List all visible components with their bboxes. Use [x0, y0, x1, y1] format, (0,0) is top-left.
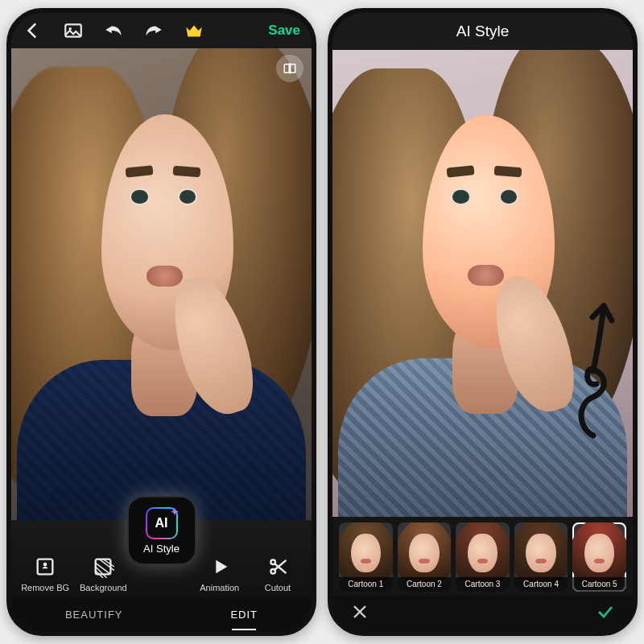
scissors-icon	[266, 555, 289, 578]
tool-background[interactable]: Background	[74, 555, 132, 592]
ai-chip-label: AI Style	[143, 543, 180, 555]
style-cartoon-3[interactable]: Cartoon 3	[456, 522, 510, 591]
tool-label: Animation	[200, 583, 239, 592]
aistyle-screen: AI Style Cartoon 1Cartoon 2Cartoon 3Cart…	[332, 13, 633, 631]
cancel-button[interactable]	[350, 602, 369, 625]
aistyle-title: AI Style	[332, 13, 633, 50]
gallery-icon[interactable]	[63, 20, 84, 41]
play-icon	[208, 555, 231, 578]
tool-cutout[interactable]: Cutout	[249, 555, 307, 592]
style-label: Cartoon 3	[456, 577, 510, 592]
tool-label: Cutout	[265, 583, 291, 592]
editor-phone: Save AI AI Style	[6, 8, 316, 636]
style-label: Cartoon 2	[398, 577, 452, 592]
style-cartoon-1[interactable]: Cartoon 1	[339, 522, 393, 591]
crown-icon[interactable]	[184, 20, 204, 41]
tool-label: Background	[80, 583, 127, 592]
style-label: Cartoon 4	[514, 577, 568, 592]
style-cartoon-2[interactable]: Cartoon 2	[398, 522, 452, 591]
editor-canvas[interactable]	[11, 48, 312, 520]
tool-remove-bg[interactable]: Remove BG	[16, 555, 74, 592]
background-icon	[92, 555, 114, 578]
ai-badge-icon: AI	[147, 509, 176, 538]
style-label: Cartoon 1	[339, 577, 393, 592]
tool-label: Remove BG	[21, 583, 69, 592]
editor-topbar: Save	[11, 13, 312, 48]
confirm-button[interactable]	[596, 602, 615, 625]
tool-animation[interactable]: Animation	[191, 555, 249, 592]
redo-icon[interactable]	[143, 20, 164, 41]
confirm-row	[332, 596, 633, 631]
tool-row: AI AI Style Remove BG Background AI Styl…	[11, 520, 312, 597]
svg-point-8	[270, 569, 275, 574]
editor-screen: Save AI AI Style	[11, 13, 312, 631]
style-label: Cartoon 5	[572, 577, 626, 592]
aistyle-preview[interactable]	[332, 50, 633, 517]
aistyle-phone: AI Style Cartoon 1Cartoon 2Cartoon 3Cart…	[328, 8, 638, 636]
tab-beautify[interactable]: BEAUTIFY	[59, 604, 130, 625]
style-cartoon-5[interactable]: Cartoon 5	[572, 522, 626, 591]
style-strip: Cartoon 1Cartoon 2Cartoon 3Cartoon 4Cart…	[332, 517, 633, 596]
svg-point-9	[270, 559, 275, 564]
remove-bg-icon	[34, 555, 56, 578]
back-icon[interactable]	[23, 20, 43, 41]
source-portrait	[11, 48, 312, 520]
svg-point-6	[43, 563, 47, 567]
mode-tabs: BEAUTIFY EDIT	[11, 597, 312, 631]
compare-icon[interactable]	[276, 55, 303, 82]
save-button[interactable]: Save	[268, 23, 300, 39]
style-cartoon-4[interactable]: Cartoon 4	[514, 522, 568, 591]
svg-rect-2	[284, 64, 289, 73]
tab-edit[interactable]: EDIT	[224, 604, 264, 625]
stylized-portrait	[332, 50, 633, 517]
undo-icon[interactable]	[103, 20, 124, 41]
svg-rect-3	[291, 64, 295, 73]
ai-style-chip[interactable]: AI AI Style	[129, 497, 195, 564]
